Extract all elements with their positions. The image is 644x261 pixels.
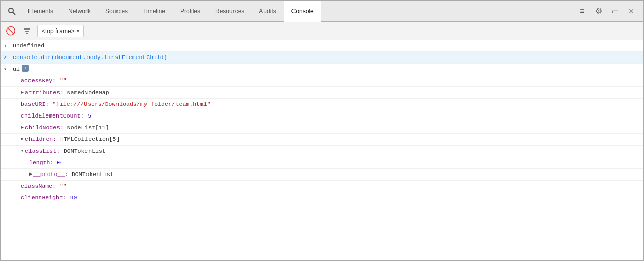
tab-elements[interactable]: Elements (21, 1, 61, 21)
settings-button[interactable]: ⚙ (592, 4, 606, 18)
tab-bar-left: Elements Network Sources Timeline Profil… (3, 1, 575, 21)
info-badge: i (22, 65, 29, 72)
tab-bar: Elements Network Sources Timeline Profil… (1, 1, 643, 22)
prop-classlist-length: length: 0 (1, 157, 643, 169)
tab-audits[interactable]: Audits (252, 1, 283, 21)
prop-classlist: ▾ classList: DOMTokenList (1, 146, 643, 157)
svg-point-0 (9, 8, 13, 13)
console-command-line: > console.dir(document.body.firstElement… (1, 52, 643, 64)
tab-console[interactable]: Console (284, 1, 321, 22)
settings-icon: ⚙ (595, 6, 602, 16)
prop-expand-arrow-proto[interactable]: ▶ (29, 170, 32, 179)
filter-button[interactable] (21, 25, 33, 37)
prop-children: ▶ children: HTMLCollection[5] (1, 134, 643, 146)
more-tools-button[interactable]: ≡ (575, 4, 590, 18)
prop-clientheight: clientHeight: 90 (1, 192, 643, 204)
prop-classname: className: "" (1, 181, 643, 192)
tab-network[interactable]: Network (61, 1, 98, 21)
console-object-root: ▾ ul i (1, 64, 643, 75)
tab-bar-right: ≡ ⚙ ▭ ✕ (575, 1, 641, 21)
layout-button[interactable]: ▭ (608, 4, 622, 18)
command-text: console.dir(document.body.firstElementCh… (13, 53, 167, 62)
frame-selector-label: <top frame> (42, 27, 75, 35)
prop-baseuri: baseURI: "file:///Users/Downloads/my_fol… (1, 99, 643, 110)
frame-selector-arrow: ▾ (77, 28, 79, 34)
result-arrow: ◂ (4, 42, 7, 51)
tab-resources[interactable]: Resources (208, 1, 252, 21)
filter-icon (23, 27, 31, 35)
close-icon: ✕ (628, 7, 634, 15)
prop-expand-arrow-classlist[interactable]: ▾ (21, 147, 24, 156)
prop-expand-arrow-childnodes[interactable]: ▶ (21, 123, 24, 132)
console-toolbar: 🚫 <top frame> ▾ (1, 22, 643, 40)
prop-childnodes: ▶ childNodes: NodeList[11] (1, 122, 643, 134)
prop-classlist-proto: ▶ __proto__: DOMTokenList (1, 169, 643, 181)
prop-accesskey: accessKey: "" (1, 75, 643, 87)
prop-expand-arrow-children[interactable]: ▶ (21, 135, 24, 144)
expand-arrow[interactable]: ▾ (4, 65, 7, 74)
tab-sources[interactable]: Sources (98, 1, 135, 21)
clear-console-button[interactable]: 🚫 (5, 25, 17, 37)
close-button[interactable]: ✕ (624, 4, 638, 18)
object-tag: ul (13, 65, 20, 74)
result-value: undefined (13, 41, 44, 50)
search-button[interactable] (3, 1, 21, 21)
console-output: ◂ undefined > console.dir(document.body.… (1, 40, 643, 261)
command-arrow: > (4, 53, 7, 63)
search-icon (8, 7, 16, 15)
prop-expand-arrow-attributes[interactable]: ▶ (21, 88, 24, 97)
devtools-window: Elements Network Sources Timeline Profil… (1, 1, 643, 261)
svg-line-1 (13, 12, 16, 15)
clear-icon: 🚫 (6, 26, 16, 36)
more-tools-icon: ≡ (580, 7, 584, 16)
prop-attributes: ▶ attributes: NamedNodeMap (1, 87, 643, 99)
tab-timeline[interactable]: Timeline (135, 1, 173, 21)
frame-selector[interactable]: <top frame> ▾ (37, 25, 84, 37)
console-result-undefined: ◂ undefined (1, 40, 643, 52)
tab-profiles[interactable]: Profiles (173, 1, 208, 21)
layout-icon: ▭ (612, 7, 619, 15)
prop-childelementcount: childElementCount: 5 (1, 110, 643, 122)
